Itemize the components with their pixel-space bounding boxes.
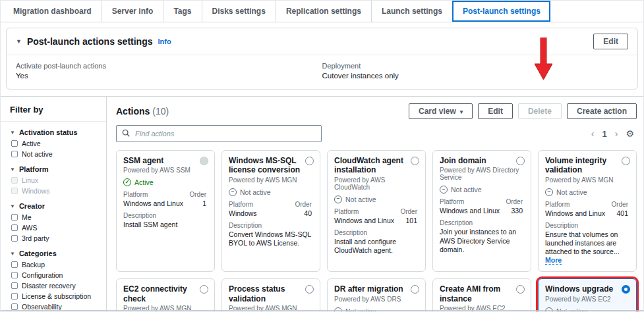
page-number[interactable]: 1 [602, 129, 607, 139]
filter-option-linux[interactable]: Linux [11, 176, 97, 184]
create-action-button[interactable]: Create action [567, 103, 637, 119]
collapse-caret-icon[interactable]: ▼ [16, 38, 22, 45]
filter-group-header[interactable]: ▼ Creator [10, 202, 97, 210]
action-card-create-ami-from-instance[interactable]: Create AMI from instance Powered by AWS … [432, 278, 531, 312]
filter-option-label: Configuration [22, 271, 63, 279]
filter-group-header[interactable]: ▼ Platform [10, 165, 97, 173]
platform-order-labels: Platform Order [440, 198, 524, 205]
tab-tags[interactable]: Tags [163, 1, 201, 22]
filter-group-header[interactable]: ▼ Categories [10, 249, 97, 257]
card-radio[interactable] [516, 285, 525, 294]
card-radio[interactable] [305, 285, 314, 294]
checkbox[interactable] [11, 177, 18, 184]
checkbox[interactable] [11, 140, 18, 147]
action-card-ec2-connectivity-check[interactable]: EC2 connectivity check Powered by AWS MG… [116, 278, 215, 312]
cards-grid: SSM agent Powered by AWS SSM Active Plat… [116, 150, 637, 312]
action-card-process-status-validation[interactable]: Process status validation Powered by AWS… [221, 278, 320, 312]
card-view-dropdown[interactable]: Card view▾ [409, 103, 473, 119]
action-card-join-domain[interactable]: Join domain Powered by AWS Directory Ser… [432, 150, 531, 272]
status-icon [229, 188, 237, 196]
checkbox[interactable] [11, 282, 18, 289]
card-status: Not active [229, 188, 313, 196]
status-label: Active [134, 178, 154, 186]
more-link[interactable]: More [545, 256, 562, 265]
card-radio[interactable] [411, 285, 419, 294]
platform-order-values: Windows and Linux 330 [440, 207, 524, 215]
filter-option-windows[interactable]: Windows [11, 187, 97, 195]
card-radio[interactable] [200, 285, 208, 294]
filter-option-label: License & subscription [22, 292, 91, 300]
action-card-windows-upgrade[interactable]: Windows upgrade Powered by AWS EC2 Not a… [538, 278, 637, 312]
card-powered-by: Powered by AWS EC2 [440, 305, 524, 312]
card-radio[interactable] [305, 157, 314, 165]
filter-option-label: Backup [22, 261, 45, 269]
card-radio[interactable] [516, 157, 525, 165]
actions-title-text: Actions [116, 106, 150, 117]
tab-server-info[interactable]: Server info [102, 1, 163, 22]
tab-disks-settings[interactable]: Disks settings [202, 1, 276, 22]
info-link[interactable]: Info [158, 38, 171, 45]
card-title: Windows MS-SQL license conversion [229, 156, 303, 175]
checkbox[interactable] [11, 151, 18, 157]
description-text: Install and configure CloudWatch agent. [334, 238, 419, 255]
search-box[interactable] [116, 125, 322, 142]
filter-option-me[interactable]: Me [11, 213, 97, 221]
filter-option-3rd-party[interactable]: 3rd party [11, 234, 97, 242]
card-status: Active [123, 178, 208, 186]
description-label: Description [334, 229, 419, 236]
filter-option-aws[interactable]: AWS [11, 224, 97, 232]
filter-group-header[interactable]: ▼ Activation status [10, 128, 97, 136]
filter-option-label: Active [22, 140, 41, 147]
checkbox[interactable] [11, 188, 18, 194]
next-page-icon[interactable]: › [615, 128, 618, 139]
actions-delete-button[interactable]: Delete [518, 103, 562, 119]
platform-label: Platform [440, 198, 464, 205]
card-title: Join domain [440, 156, 513, 165]
filter-option-backup[interactable]: Backup [11, 261, 97, 269]
checkbox[interactable] [11, 303, 18, 310]
main-area: Filter by ▼ Activation status Active Not… [1, 96, 643, 312]
tab-launch-settings[interactable]: Launch settings [371, 1, 452, 22]
filter-option-not-active[interactable]: Not active [11, 150, 97, 158]
tab-migration-dashboard[interactable]: Migration dashboard [3, 1, 102, 22]
settings-edit-button[interactable]: Edit [593, 34, 628, 49]
filter-option-active[interactable]: Active [11, 140, 97, 147]
checkbox[interactable] [11, 235, 18, 242]
tab-post-launch-settings[interactable]: Post-launch settings [452, 1, 550, 22]
platform-value: Windows [229, 209, 257, 217]
actions-title: Actions(10) [116, 106, 169, 117]
card-powered-by: Powered by AWS CloudWatch [334, 176, 419, 191]
checkbox[interactable] [11, 272, 18, 278]
card-radio[interactable] [200, 157, 208, 165]
platform-value: Windows and Linux [123, 199, 183, 207]
card-radio[interactable] [622, 157, 630, 165]
checkbox[interactable] [11, 214, 18, 221]
action-card-ssm-agent[interactable]: SSM agent Powered by AWS SSM Active Plat… [116, 150, 215, 272]
order-label: Order [295, 201, 312, 208]
prev-page-icon[interactable]: ‹ [591, 128, 595, 139]
description-value: Install and configure CloudWatch agent. [334, 238, 396, 254]
filter-option-license-subscription[interactable]: License & subscription [11, 292, 97, 300]
action-card-dr-after-migration[interactable]: DR after migration Powered by AWS DRS No… [327, 278, 426, 312]
filter-option-disaster-recovery[interactable]: Disaster recovery [11, 282, 97, 290]
actions-edit-button[interactable]: Edit [478, 103, 513, 119]
checkbox[interactable] [11, 261, 18, 268]
checkbox[interactable] [11, 224, 18, 231]
filter-option-configuration[interactable]: Configuration [11, 271, 97, 279]
checkbox[interactable] [11, 293, 18, 299]
caret-down-icon: ▼ [10, 251, 15, 257]
description-label: Description [545, 222, 629, 229]
card-radio[interactable] [622, 285, 630, 294]
card-radio[interactable] [411, 157, 419, 165]
filter-option-label: Not active [22, 150, 53, 158]
filter-option-label: Windows [22, 187, 50, 195]
tab-replication-settings[interactable]: Replication settings [276, 1, 371, 22]
settings-gear-icon[interactable]: ⚙ [626, 128, 634, 139]
tab-label: Disks settings [212, 7, 266, 16]
action-card-volume-integrity-validation[interactable]: Volume integrity validation Powered by A… [538, 150, 637, 272]
platform-label: Platform [123, 191, 148, 198]
action-card-cloudwatch-agent-installation[interactable]: CloudWatch agent installation Powered by… [327, 150, 426, 272]
card-powered-by: Powered by AWS MGN [123, 305, 208, 312]
search-input[interactable] [134, 129, 316, 138]
action-card-windows-ms-sql-license-conversion[interactable]: Windows MS-SQL license conversion Powere… [221, 150, 320, 272]
